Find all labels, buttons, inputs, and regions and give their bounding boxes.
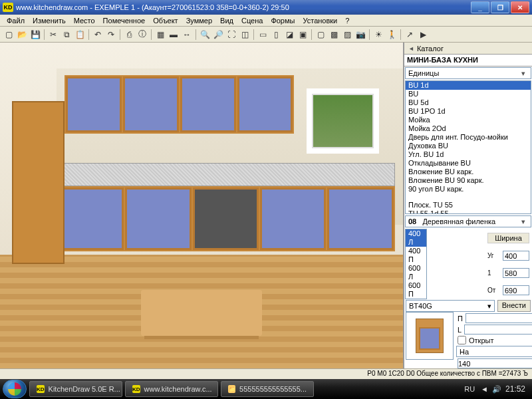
zoom-area-icon[interactable]: ◫ [239, 29, 251, 41]
size-item[interactable]: 400 Л [406, 229, 426, 247]
catalog-item[interactable]: Откладывание BU [406, 159, 531, 168]
ot-input[interactable] [503, 285, 529, 295]
zoom-fit-icon[interactable]: ⛶ [225, 29, 237, 41]
redo-icon[interactable]: ↷ [105, 29, 117, 41]
view3d-icon[interactable]: ◪ [283, 29, 295, 41]
statusbar: P0 M0 1C20 D0 Общее количество с ПВМ =27… [0, 368, 532, 379]
view-elev-icon[interactable]: ▯ [270, 29, 282, 41]
size-item[interactable]: 600 П [406, 281, 426, 299]
catalog-item[interactable]: Мойка [406, 116, 531, 124]
walk-icon[interactable]: 🚶 [386, 29, 398, 41]
menu-help[interactable]: ? [341, 15, 353, 26]
catalog-item[interactable]: Духовка BU [406, 142, 531, 150]
catalog-item[interactable]: BU 5d [406, 98, 531, 107]
catalog-item[interactable]: Вложение BU карк. [406, 168, 531, 176]
catalog-item[interactable]: Вложение BU 90 карк. [406, 176, 531, 185]
arrow-icon[interactable]: ↗ [404, 29, 416, 41]
task-folder[interactable]: 📁555555555555555... [221, 381, 314, 397]
render-flat-icon[interactable]: ▩ [328, 29, 340, 41]
qty-input[interactable] [458, 358, 532, 368]
size-item[interactable]: 600 Л [406, 264, 426, 281]
catalog-item[interactable]: Мойка 2Od [406, 124, 531, 133]
tray-arrow-icon[interactable]: ◄ [481, 385, 488, 393]
width-header: Ширина [487, 233, 529, 243]
windows-orb-icon [8, 382, 21, 396]
open-icon[interactable]: 📂 [16, 29, 28, 41]
close-button[interactable]: ✕ [511, 1, 529, 13]
tray-volume-icon[interactable]: 🔊 [492, 385, 501, 394]
catalog-panel: ◄Каталог МИНИ-БАЗА КУХНИ Единицы▾ BU 1dB… [403, 43, 532, 368]
view-persp-icon[interactable]: ▣ [297, 29, 309, 41]
section-combo[interactable]: Единицы▾ [405, 67, 531, 79]
menu-marked[interactable]: Помеченное [99, 15, 150, 26]
open-checkbox[interactable] [458, 336, 466, 344]
catalog-item[interactable]: Дверь для инт. Посудо-мойки [406, 133, 531, 142]
model-combo[interactable]: BT40G▾ [406, 300, 495, 312]
handle-combo[interactable]: На▾ [456, 346, 532, 357]
menu-object[interactable]: Объект [149, 15, 182, 26]
play-icon[interactable]: ▶ [417, 29, 429, 41]
language-indicator[interactable]: RU [462, 384, 477, 394]
taskbar: KDKitchenDraw 5.0E R... KDwww.kitchendra… [0, 379, 532, 399]
catalog-item[interactable]: 90 угол BU карк. [406, 185, 531, 194]
chevron-down-icon: ▾ [519, 69, 528, 78]
catalog-tab[interactable]: ◄Каталог [404, 43, 532, 55]
catalog-item[interactable]: Плоск. TU 55 [406, 201, 531, 209]
dim2-input[interactable] [503, 268, 529, 278]
wall-icon[interactable]: ▬ [168, 29, 180, 41]
insert-button[interactable]: Внести [497, 300, 531, 312]
light-icon[interactable]: ☀ [372, 29, 384, 41]
zoom-out-icon[interactable]: 🔎 [212, 29, 224, 41]
menu-place[interactable]: Место [70, 15, 99, 26]
chevron-down-icon: ▾ [519, 217, 528, 226]
catalog-item[interactable]: BU 1d [406, 81, 531, 90]
toolbar: ▢ 📂 💾 ✂ ⧉ 📋 ↶ ↷ ⎙ ⓘ ▦ ▬ ↔ 🔍 🔎 ⛶ ◫ ▭ ▯ ◪ … [0, 27, 532, 43]
menu-settings[interactable]: Установки [299, 15, 341, 26]
catalog-item[interactable] [406, 194, 531, 201]
kitchen-render [0, 43, 403, 368]
menu-file[interactable]: Файл [3, 15, 29, 26]
cut-icon[interactable]: ✂ [47, 29, 59, 41]
copy-icon[interactable]: ⧉ [61, 29, 72, 41]
system-tray: RU ◄ 🔊 21:52 [462, 384, 529, 394]
ug-input[interactable] [503, 251, 529, 261]
window-title: www.kitchendraw.com - EXEMPLE 1 - (Акаун… [16, 3, 469, 11]
menu-view[interactable]: Вид [216, 15, 237, 26]
info-icon[interactable]: ⓘ [136, 29, 148, 41]
render-shaded-icon[interactable]: ▨ [341, 29, 353, 41]
clock[interactable]: 21:52 [505, 384, 525, 394]
3d-viewport[interactable] [0, 43, 403, 368]
task-kitchendraw[interactable]: KDKitchenDraw 5.0E R... [29, 381, 122, 397]
grid-icon[interactable]: ▦ [154, 29, 166, 41]
measure-icon[interactable]: ↔ [181, 29, 193, 41]
unit-preview [406, 312, 454, 360]
p-input[interactable] [466, 313, 532, 323]
menu-zoom[interactable]: Зуммер [182, 15, 216, 26]
catalog-item[interactable]: BU [406, 90, 531, 98]
render-wire-icon[interactable]: ▢ [315, 29, 327, 41]
l-input[interactable] [464, 325, 532, 334]
block-combo[interactable]: 08 Деревянная филенка ▾ [405, 215, 531, 227]
zoom-in-icon[interactable]: 🔍 [199, 29, 211, 41]
catalog-list[interactable]: BU 1dBUBU 5dBU 1PO 1dМойкаМойка 2OdДверь… [405, 80, 531, 214]
catalog-item[interactable]: Угл. BU 1d [406, 150, 531, 159]
task-website[interactable]: KDwww.kitchendraw.c... [125, 381, 218, 397]
size-item[interactable]: 400 П [406, 247, 426, 264]
view2d-icon[interactable]: ▭ [257, 29, 269, 41]
paste-icon[interactable]: 📋 [74, 29, 86, 41]
start-button[interactable] [3, 380, 27, 398]
undo-icon[interactable]: ↶ [92, 29, 104, 41]
catalog-item[interactable]: TU 55 1d 55 [406, 209, 531, 214]
menu-forms[interactable]: Формы [267, 15, 299, 26]
minimize-button[interactable]: _ [471, 1, 489, 13]
maximize-button[interactable]: ❐ [491, 1, 509, 13]
catalog-item[interactable]: BU 1PO 1d [406, 107, 531, 116]
menu-edit[interactable]: Изменить [29, 15, 70, 26]
print-icon[interactable]: ⎙ [123, 29, 135, 41]
camera-icon[interactable]: 📷 [354, 29, 366, 41]
sizes-list[interactable]: 400 Л400 П600 Л600 П [405, 229, 427, 299]
save-icon[interactable]: 💾 [29, 29, 41, 41]
new-icon[interactable]: ▢ [3, 29, 15, 41]
app-icon: KD [3, 3, 13, 12]
menu-scene[interactable]: Сцена [237, 15, 267, 26]
